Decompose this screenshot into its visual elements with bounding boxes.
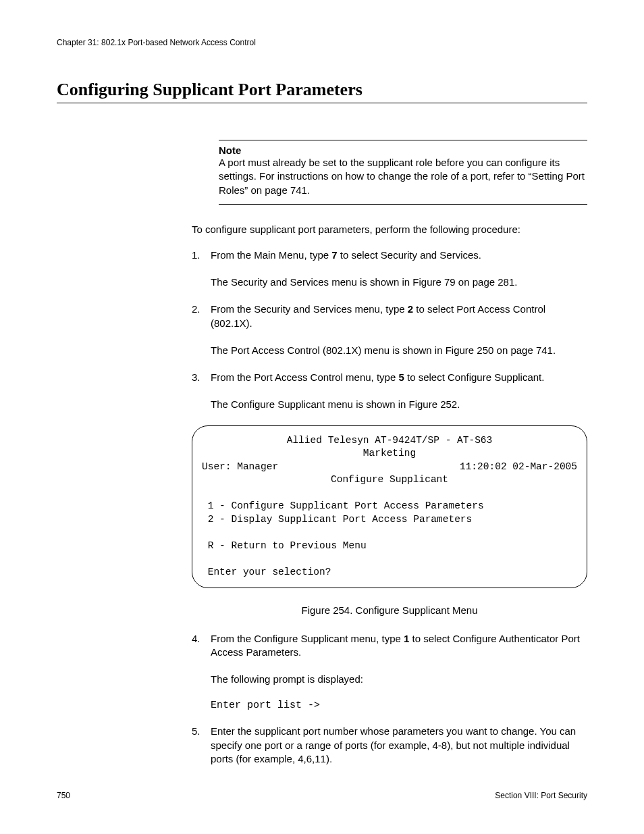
note-text: A port must already be set to the suppli… [219, 156, 587, 197]
step-number: 1. [192, 249, 211, 262]
step-4: 4. From the Configure Supplicant menu, t… [192, 632, 587, 660]
terminal-subtitle: Marketing [202, 447, 577, 461]
terminal-option: 1 - Configure Supplicant Port Access Par… [202, 500, 577, 513]
step-1: 1. From the Main Menu, type 7 to select … [192, 249, 587, 262]
terminal-user: User: Manager [202, 461, 278, 474]
step-key: 7 [331, 249, 337, 261]
step-text: From the Configure Supplicant menu, type [211, 633, 404, 644]
step-number: 4. [192, 632, 211, 660]
terminal-title: Allied Telesyn AT-9424T/SP - AT-S63 [202, 434, 577, 448]
step-key: 5 [398, 371, 404, 383]
terminal-inline-prompt: Enter port list -> [211, 700, 587, 711]
step-body: From the Main Menu, type 7 to select Sec… [211, 249, 587, 262]
step-result: The Port Access Control (802.1X) menu is… [211, 344, 587, 357]
step-body: From the Configure Supplicant menu, type… [211, 632, 587, 660]
note-box: Note A port must already be set to the s… [219, 140, 587, 205]
terminal-option: R - Return to Previous Menu [202, 540, 577, 553]
main-content: Note A port must already be set to the s… [219, 140, 587, 766]
step-result: The following prompt is displayed: [211, 673, 587, 686]
step-body: Enter the supplicant port number whose p… [211, 725, 587, 766]
step-body: From the Port Access Control menu, type … [211, 371, 587, 384]
step-2: 2. From the Security and Services menu, … [192, 303, 587, 330]
terminal-screen: Allied Telesyn AT-9424T/SP - AT-S63Marke… [192, 425, 587, 588]
step-text: to select Security and Services. [338, 249, 481, 261]
terminal-option: 2 - Display Supplicant Port Access Param… [202, 513, 577, 527]
note-label: Note [219, 145, 587, 156]
step-result: The Configure Supplicant menu is shown i… [211, 398, 587, 411]
terminal-timestamp: 11:20:02 02-Mar-2005 [460, 461, 577, 474]
step-text: From the Main Menu, type [211, 249, 331, 261]
terminal-menu-title: Configure Supplicant [202, 473, 577, 487]
page-footer: 750 Section VIII: Port Security [57, 791, 587, 800]
step-result: The Security and Services menu is shown … [211, 276, 587, 289]
section-label: Section VIII: Port Security [495, 791, 587, 800]
step-text: to select Configure Supplicant. [404, 371, 545, 383]
document-page: Chapter 31: 802.1x Port-based Network Ac… [0, 0, 644, 834]
step-number: 3. [192, 371, 211, 384]
figure-caption: Figure 254. Configure Supplicant Menu [192, 604, 587, 616]
step-3: 3. From the Port Access Control menu, ty… [192, 371, 587, 384]
chapter-header: Chapter 31: 802.1x Port-based Network Ac… [57, 38, 587, 47]
step-number: 2. [192, 303, 211, 330]
step-body: From the Security and Services menu, typ… [211, 303, 587, 330]
step-text: Enter the supplicant port number whose p… [211, 725, 576, 764]
terminal-prompt: Enter your selection? [202, 566, 577, 579]
step-number: 5. [192, 725, 211, 766]
step-key: 2 [408, 303, 413, 315]
page-number: 750 [57, 791, 70, 800]
intro-paragraph: To configure supplicant port parameters,… [192, 224, 587, 235]
step-text: From the Security and Services menu, typ… [211, 303, 408, 315]
section-title: Configuring Supplicant Port Parameters [57, 80, 587, 103]
step-5: 5. Enter the supplicant port number whos… [192, 725, 587, 766]
step-text: From the Port Access Control menu, type [211, 371, 398, 383]
